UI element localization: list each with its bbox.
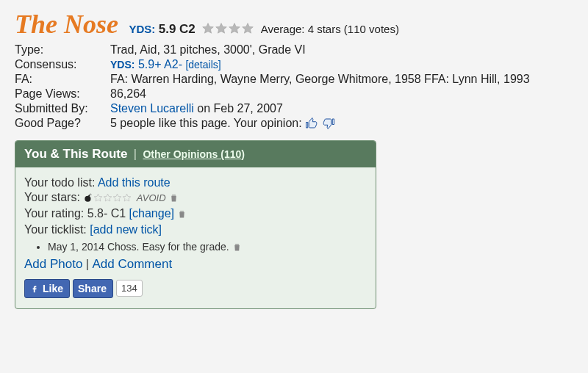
row-todo: Your todo list: Add this route — [24, 176, 367, 189]
add-comment-link[interactable]: Add Comment — [92, 257, 172, 271]
consensus-value: YDS: 5.9+ A2- [details] — [110, 58, 573, 71]
row-type: Type: Trad, Aid, 31 pitches, 3000', Grad… — [15, 43, 573, 57]
submitter-link[interactable]: Steven Lucarelli — [110, 102, 194, 115]
pageviews-value: 86,264 — [110, 87, 573, 101]
submitted-on: on Feb 27, 2007 — [194, 102, 283, 115]
consensus-yds: YDS: — [110, 59, 135, 70]
fb-like-text: Like — [43, 283, 63, 294]
ticklist-label: Your ticklist: — [24, 223, 90, 236]
tick-list: May 1, 2014 Choss. Easy for the grade. — [24, 241, 367, 254]
other-opinions-link[interactable]: Other Opinions (110) — [143, 148, 244, 160]
row-consensus: Consensus: YDS: 5.9+ A2- [details] — [15, 58, 573, 71]
submitted-label: Submitted By: — [15, 102, 110, 115]
avoid-text: AVOID — [137, 192, 166, 203]
add-photo-link[interactable]: Add Photo — [24, 257, 82, 271]
thumbs-down-icon[interactable] — [322, 117, 335, 130]
row-fa: FA: FA: Warren Harding, Wayne Merry, Geo… — [15, 73, 573, 86]
route-title: The Nose — [15, 10, 118, 39]
fb-count: 134 — [116, 280, 143, 297]
trash-icon[interactable] — [169, 192, 179, 206]
grade-value: 5.9 C2 — [159, 22, 196, 36]
fb-like-button[interactable]: Like — [24, 279, 70, 298]
fa-value: FA: Warren Harding, Wayne Merry, George … — [110, 73, 573, 86]
svg-point-0 — [85, 195, 91, 201]
todo-label: Your todo list: — [24, 176, 98, 189]
good-label: Good Page? — [15, 117, 110, 130]
row-pageviews: Page Views: 86,264 — [15, 87, 573, 101]
consensus-grade: 5.9+ A2- — [138, 58, 182, 70]
header: The Nose YDS: 5.9 C2 Average: 4 stars (1… — [15, 7, 573, 42]
type-label: Type: — [15, 43, 110, 57]
star-icon — [228, 22, 241, 35]
yds-block: YDS: 5.9 C2 — [129, 23, 198, 35]
fb-share-button[interactable]: Share — [73, 279, 113, 298]
rating-value: 5.8- C1 — [87, 207, 129, 220]
add-tick-link[interactable]: [add new tick] — [90, 223, 162, 236]
change-link[interactable]: [change] — [129, 207, 174, 220]
consensus-label: Consensus: — [15, 58, 110, 71]
thumbs-up-icon[interactable] — [305, 117, 318, 130]
bomb-icon[interactable] — [83, 192, 93, 206]
good-value: 5 people like this page. Your opinion: — [110, 117, 573, 130]
stars-label: Your stars: — [24, 191, 83, 203]
you-and-route-box: You & This Route | Other Opinions (110) … — [15, 140, 376, 309]
star-icon — [201, 22, 215, 35]
facebook-icon — [29, 283, 40, 294]
separator: | — [134, 148, 137, 160]
tick-item: May 1, 2014 Choss. Easy for the grade. — [48, 241, 367, 254]
row-submitted: Submitted By: Steven Lucarelli on Feb 27… — [15, 102, 573, 115]
row-add: Add Photo | Add Comment — [24, 257, 367, 272]
details-link[interactable]: [details] — [185, 59, 220, 70]
box-title: You & This Route — [24, 147, 127, 161]
fa-label: FA: — [15, 73, 110, 86]
row-yourstars: Your stars: AVOID — [24, 191, 367, 206]
row-yourrating: Your rating: 5.8- C1 [change] — [24, 207, 367, 222]
average-text: Average: 4 stars (110 votes) — [261, 23, 399, 35]
your-stars-empty[interactable] — [93, 191, 132, 203]
star-icon — [241, 22, 254, 35]
fb-row: Like Share 134 — [24, 279, 367, 298]
good-text: 5 people like this page. Your opinion: — [110, 117, 305, 129]
star-icon — [215, 22, 228, 35]
tick-entry: May 1, 2014 Choss. Easy for the grade. — [48, 241, 232, 253]
type-value: Trad, Aid, 31 pitches, 3000', Grade VI — [110, 43, 573, 57]
add-route-link[interactable]: Add this route — [98, 176, 171, 189]
rating-label: Your rating: — [24, 207, 87, 220]
row-goodpage: Good Page? 5 people like this page. Your… — [15, 117, 573, 130]
yds-label: YDS: — [129, 23, 155, 35]
star-rating — [201, 22, 254, 37]
trash-icon[interactable] — [177, 209, 187, 222]
route-page: { "route": { "title": "The Nose", "yds_l… — [0, 0, 588, 373]
box-body: Your todo list: Add this route Your star… — [15, 167, 376, 308]
box-header: You & This Route | Other Opinions (110) — [15, 141, 376, 167]
pageviews-label: Page Views: — [15, 87, 110, 101]
row-ticklist: Your ticklist: [add new tick] — [24, 223, 367, 236]
fb-share-text: Share — [78, 283, 107, 294]
trash-icon[interactable] — [232, 242, 242, 254]
submitted-value: Steven Lucarelli on Feb 27, 2007 — [110, 102, 573, 115]
